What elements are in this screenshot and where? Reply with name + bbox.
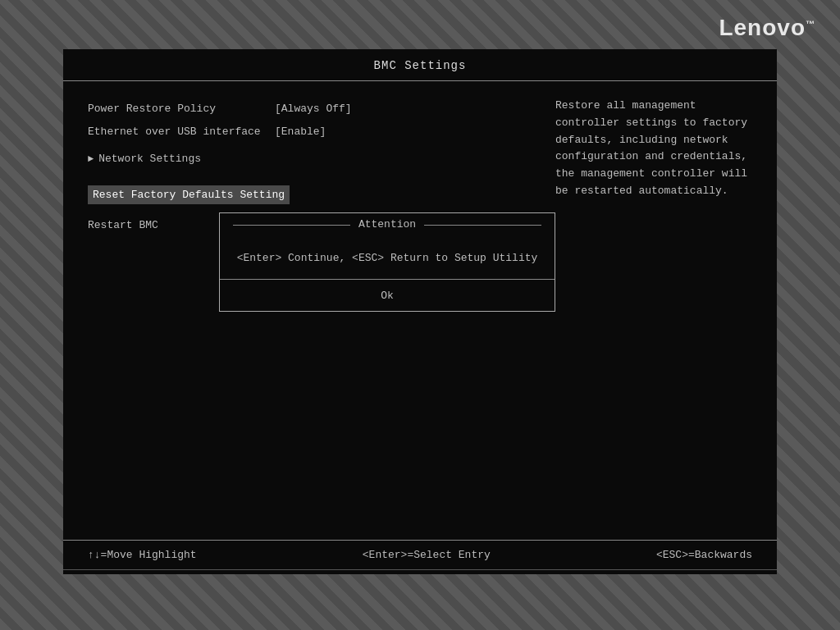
help-description: Restore all management controller settin… <box>555 99 747 197</box>
attention-modal: Attention <Enter> Continue, <ESC> Return… <box>219 212 555 312</box>
bios-content: Power Restore Policy [Always Off] Ethern… <box>63 81 777 540</box>
reset-factory-item[interactable]: Reset Factory Defaults Setting <box>88 185 290 204</box>
logo-tm: ™ <box>806 19 815 29</box>
network-settings-label: Network Settings <box>98 151 201 167</box>
power-restore-policy-label: Power Restore Policy <box>88 101 268 117</box>
attention-body: <Enter> Continue, <ESC> Return to Setup … <box>220 235 555 280</box>
ethernet-over-usb-item[interactable]: Ethernet over USB interface [Enable] <box>88 121 539 144</box>
power-restore-policy-value: [Always Off] <box>275 101 352 117</box>
ok-button[interactable]: Ok <box>381 290 394 302</box>
attention-title: Attention <box>350 218 424 231</box>
network-settings-item[interactable]: ► Network Settings <box>88 148 539 171</box>
logo-text: Lenovo <box>719 15 806 40</box>
bios-window: BMC Settings Power Restore Policy [Alway… <box>63 49 777 574</box>
submenu-arrow-icon: ► <box>88 152 94 167</box>
attention-title-bar: Attention <box>220 213 555 235</box>
footer-select: <Enter>=Select Entry <box>363 549 491 561</box>
window-title: BMC Settings <box>374 59 467 72</box>
lenovo-logo: Lenovo™ <box>719 15 815 41</box>
ethernet-over-usb-value: [Enable] <box>275 124 326 140</box>
footer-navigate: ↑↓=Move Highlight <box>88 549 197 561</box>
bios-title: BMC Settings <box>63 49 777 81</box>
footer-back: <ESC>=Backwards <box>656 549 752 561</box>
ethernet-over-usb-label: Ethernet over USB interface <box>88 124 268 140</box>
reset-factory-container: Reset Factory Defaults Setting <box>88 179 539 211</box>
footer-bottom-line <box>63 569 777 574</box>
bios-footer: ↑↓=Move Highlight <Enter>=Select Entry <… <box>63 540 777 569</box>
attention-ok-row: Ok <box>220 280 555 311</box>
bios-help-text: Restore all management controller settin… <box>539 98 752 523</box>
attention-message: <Enter> Continue, <ESC> Return to Setup … <box>237 252 538 264</box>
power-restore-policy-item[interactable]: Power Restore Policy [Always Off] <box>88 98 539 121</box>
